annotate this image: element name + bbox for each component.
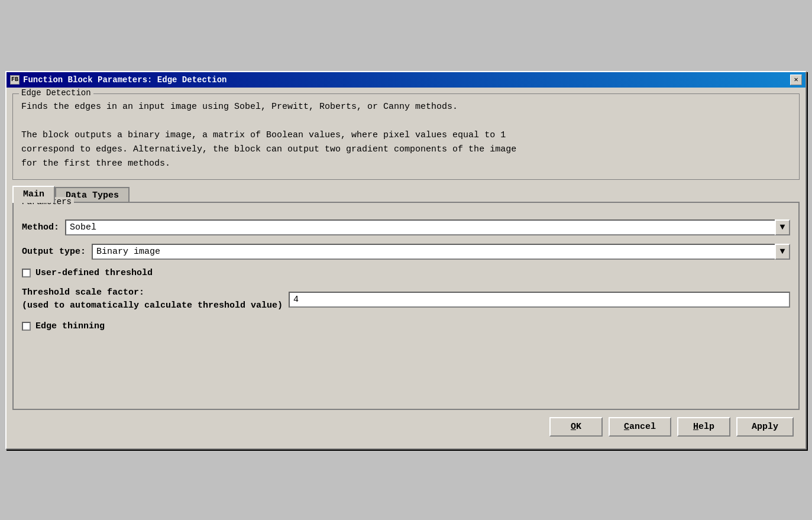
- description-group: Edge Detection Finds the edges in an inp…: [12, 93, 800, 180]
- desc-line1: Finds the edges in an input image using …: [21, 100, 791, 114]
- cancel-button-label: Cancel: [624, 422, 656, 432]
- method-select-wrapper: Sobel Prewitt Roberts Canny ▼: [65, 219, 790, 235]
- help-button[interactable]: Help: [677, 417, 730, 437]
- threshold-scale-label: Threshold scale factor: (used to automat…: [22, 286, 283, 313]
- ok-button[interactable]: OK: [549, 417, 603, 437]
- window-icon-label: FB: [11, 76, 18, 83]
- tab-main-label: Main: [23, 189, 44, 199]
- desc-line2: The block outputs a binary image, a matr…: [21, 128, 791, 143]
- description-group-title: Edge Detection: [19, 88, 93, 98]
- desc-line4: for the first three methods.: [21, 157, 791, 171]
- button-row: OK Cancel Help Apply: [12, 410, 800, 443]
- window-title: Function Block Parameters: Edge Detectio…: [23, 75, 227, 85]
- edge-thinning-row: Edge thinning: [22, 321, 790, 331]
- cancel-underline: C: [624, 422, 629, 432]
- threshold-value-input[interactable]: [289, 292, 790, 308]
- cancel-button[interactable]: Cancel: [609, 417, 671, 437]
- threshold-scale-line1: Threshold scale factor:: [22, 286, 283, 300]
- method-row: Method: Sobel Prewitt Roberts Canny ▼: [22, 219, 790, 235]
- title-bar-left: FB Function Block Parameters: Edge Detec…: [10, 75, 227, 85]
- method-label: Method:: [22, 222, 59, 232]
- window-body: Edge Detection Finds the edges in an inp…: [7, 88, 805, 448]
- output-type-select[interactable]: Binary image Gradient components: [92, 244, 790, 260]
- user-threshold-row: User-defined threshold: [22, 268, 790, 278]
- ok-underline: O: [571, 422, 576, 432]
- tabs-container: Main Data Types: [12, 186, 800, 202]
- parameters-inner: Method: Sobel Prewitt Roberts Canny ▼ Ou…: [22, 219, 790, 397]
- help-button-label: Help: [693, 422, 714, 432]
- user-threshold-label: User-defined threshold: [35, 268, 153, 278]
- edge-thinning-checkbox[interactable]: [22, 322, 31, 331]
- output-type-select-wrapper: Binary image Gradient components ▼: [92, 244, 790, 260]
- edge-thinning-label: Edge thinning: [35, 321, 105, 331]
- method-select[interactable]: Sobel Prewitt Roberts Canny: [65, 219, 790, 235]
- user-threshold-checkbox[interactable]: [22, 269, 31, 277]
- apply-button[interactable]: Apply: [736, 417, 794, 437]
- desc-line3: correspond to edges. Alternatively, the …: [21, 143, 791, 157]
- window-icon: FB: [10, 75, 20, 85]
- output-type-row: Output type: Binary image Gradient compo…: [22, 244, 790, 260]
- title-bar: FB Function Block Parameters: Edge Detec…: [7, 72, 805, 88]
- threshold-scale-line2: (used to automatically calculate thresho…: [22, 299, 283, 313]
- apply-button-label: Apply: [752, 422, 778, 432]
- main-window: FB Function Block Parameters: Edge Detec…: [5, 71, 807, 450]
- parameters-section: Parameters Method: Sobel Prewitt Roberts…: [12, 202, 800, 410]
- threshold-scale-row: Threshold scale factor: (used to automat…: [22, 286, 790, 313]
- description-text: Finds the edges in an input image using …: [21, 100, 791, 171]
- help-underline: H: [693, 422, 698, 432]
- ok-button-label: OK: [571, 422, 581, 432]
- output-type-label: Output type:: [22, 247, 86, 257]
- close-button[interactable]: ✕: [790, 75, 802, 85]
- tab-main[interactable]: Main: [12, 186, 55, 203]
